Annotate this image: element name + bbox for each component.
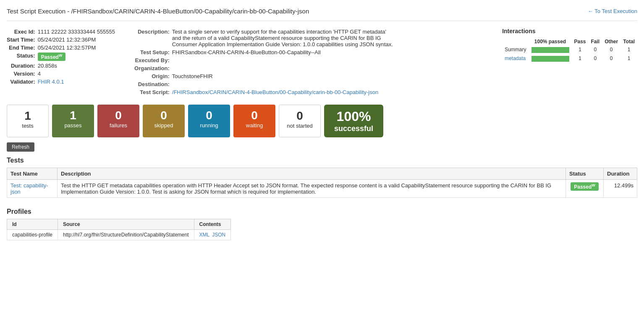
- progress-bar: [531, 47, 569, 53]
- desc-value: Test a single server to verify support f…: [172, 28, 399, 48]
- page-title-main: Test Script Execution: [7, 8, 65, 15]
- destination-label: Destination:: [134, 80, 172, 88]
- success-label: successful: [334, 124, 373, 133]
- col-description: Description: [58, 168, 566, 180]
- progress-bar: [531, 56, 569, 62]
- profile-xml-link[interactable]: XML: [199, 232, 210, 238]
- failures-label: failures: [104, 122, 133, 129]
- test-script-label: Test Script:: [134, 88, 172, 96]
- stat-success: 100% successful: [324, 105, 383, 137]
- page-title-sub: - /FHIRSandbox/CARIN/CARIN-4-BlueButton/…: [65, 8, 309, 15]
- interactions-col-pass: Pass: [572, 38, 589, 45]
- profiles-section: Profiles Id Source Contents capabilities…: [7, 208, 637, 240]
- interactions-row-link[interactable]: metadata: [505, 55, 526, 61]
- col-test-name: Test Name: [7, 168, 58, 180]
- stat-waiting: 0 waiting: [233, 105, 275, 137]
- refresh-button[interactable]: Refresh: [7, 142, 34, 152]
- interactions-col-pct: 100% passed: [529, 38, 572, 45]
- test-name-link[interactable]: Test: capability-json: [10, 182, 48, 195]
- start-time-value: 05/24/2021 12:32:36PM: [38, 36, 118, 44]
- test-description: Test the HTTP GET metadata capabilities …: [58, 180, 566, 198]
- stat-not-started: 0 not started: [279, 105, 321, 137]
- stat-running: 0 running: [188, 105, 230, 137]
- origin-value: TouchstoneFHIR: [172, 72, 399, 80]
- waiting-num: 0: [240, 109, 269, 122]
- interactions-col-fail: Fail: [589, 38, 602, 45]
- test-setup-value: FHIRSandbox-CARIN-CARIN-4-BlueButton-00-…: [172, 48, 399, 56]
- col-status: Status: [566, 168, 604, 180]
- test-setup-label: Test Setup:: [134, 48, 172, 56]
- table-row: Test: capability-jsonTest the HTTP GET m…: [7, 180, 637, 198]
- profiles-row: capabilities-profilehttp://hl7.org/fhir/…: [7, 230, 231, 240]
- test-status: PassedW: [566, 180, 604, 198]
- profile-source: http://hl7.org/fhir/StructureDefinition/…: [58, 230, 194, 240]
- end-time-value: 05/24/2021 12:32:57PM: [38, 44, 118, 52]
- stats-row: 1 tests 1 passes 0 failures 0 skipped 0 …: [7, 105, 637, 137]
- col-duration: Duration: [604, 168, 637, 180]
- version-value: 4: [38, 70, 118, 78]
- desc-label: Description:: [134, 28, 172, 48]
- validator-link[interactable]: FHIR 4.0.1: [38, 79, 64, 85]
- waiting-label: waiting: [240, 122, 269, 129]
- not-started-label: not started: [286, 123, 314, 129]
- validator-label: Validator:: [7, 78, 38, 86]
- stat-skipped: 0 skipped: [143, 105, 185, 137]
- destination-value: [172, 80, 399, 88]
- page-header: Test Script Execution - /FHIRSandbox/CAR…: [7, 7, 637, 21]
- interactions-col-other: Other: [602, 38, 620, 45]
- interactions-row-name: Summary: [502, 45, 529, 54]
- running-label: running: [195, 122, 223, 129]
- end-time-label: End Time:: [7, 44, 38, 52]
- profile-contents: XMLJSON: [194, 230, 231, 240]
- profile-json-link[interactable]: JSON: [212, 232, 225, 238]
- exec-id-value: 1111 22222 333333444 555555: [38, 28, 118, 36]
- page-title: Test Script Execution - /FHIRSandbox/CAR…: [7, 7, 309, 16]
- tests-section-title: Tests: [7, 157, 637, 164]
- success-pct: 100%: [337, 109, 371, 124]
- description-info: Description: Test a single server to ver…: [134, 28, 485, 96]
- test-script-link[interactable]: /FHIRSandbox/CARIN/CARIN-4-BlueButton/00…: [172, 89, 378, 95]
- stat-tests: 1 tests: [7, 105, 49, 137]
- executed-by-label: Executed By:: [134, 56, 172, 64]
- passes-label: passes: [59, 122, 87, 129]
- stat-passes: 1 passes: [52, 105, 94, 137]
- exec-id-label: Exec Id:: [7, 28, 38, 36]
- info-section: Exec Id: 1111 22222 333333444 555555 Sta…: [7, 28, 637, 96]
- exec-info: Exec Id: 1111 22222 333333444 555555 Sta…: [7, 28, 118, 96]
- profiles-col-contents: Contents: [194, 219, 231, 230]
- test-duration: 12.499s: [604, 180, 637, 198]
- profile-id: capabilities-profile: [7, 230, 58, 240]
- stat-failures: 0 failures: [97, 105, 139, 137]
- profiles-table: Id Source Contents capabilities-profileh…: [7, 219, 231, 240]
- skipped-label: skipped: [149, 122, 178, 129]
- profiles-col-source: Source: [58, 219, 194, 230]
- tests-table: Test Name Description Status Duration Te…: [7, 168, 637, 198]
- organization-label: Organization:: [134, 64, 172, 72]
- running-num: 0: [195, 109, 223, 122]
- duration-label: Duration:: [7, 62, 38, 70]
- executed-by-value: [172, 56, 399, 64]
- tests-label: tests: [14, 123, 42, 129]
- organization-value: [172, 64, 399, 72]
- profiles-section-title: Profiles: [7, 208, 637, 215]
- interactions-col-name: [502, 38, 529, 45]
- status-badge: PassedW: [38, 53, 66, 61]
- duration-value: 20.858s: [38, 62, 118, 70]
- status-label: Status:: [7, 52, 38, 62]
- not-started-num: 0: [286, 109, 314, 123]
- start-time-label: Start Time:: [7, 36, 38, 44]
- interactions-col-total: Total: [620, 38, 637, 45]
- interactions-table: 100% passed Pass Fail Other Total Summar…: [502, 38, 637, 63]
- tests-num: 1: [14, 109, 42, 123]
- validator-value: FHIR 4.0.1: [38, 78, 118, 86]
- skipped-num: 0: [149, 109, 178, 122]
- failures-num: 0: [104, 109, 133, 122]
- test-script-value: /FHIRSandbox/CARIN/CARIN-4-BlueButton/00…: [172, 88, 399, 96]
- status-value: PassedW: [38, 52, 118, 62]
- origin-label: Origin:: [134, 72, 172, 80]
- interactions-panel: Interactions 100% passed Pass Fail Other…: [502, 28, 637, 96]
- profiles-col-id: Id: [7, 219, 58, 230]
- version-label: Version:: [7, 70, 38, 78]
- interactions-title: Interactions: [502, 28, 637, 34]
- back-link[interactable]: To Test Execution: [588, 8, 637, 14]
